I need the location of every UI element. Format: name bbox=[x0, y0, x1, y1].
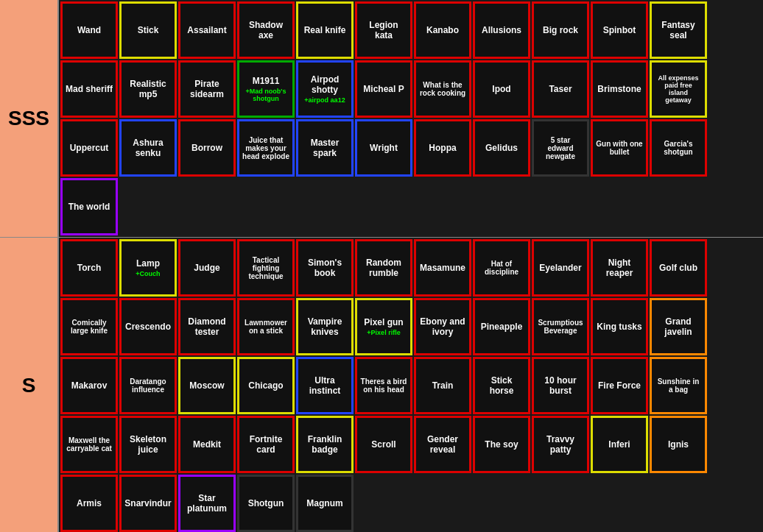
tier-item[interactable]: Snarvindur bbox=[119, 475, 177, 532]
tier-S: STorchLamp+CouchJudgeTactical fighting t… bbox=[0, 238, 763, 532]
tier-item[interactable]: Real knife bbox=[296, 1, 354, 59]
tier-item[interactable]: Masamune bbox=[414, 239, 471, 297]
tier-item[interactable]: Kanabo bbox=[414, 1, 471, 59]
tier-item[interactable]: 10 hour burst bbox=[532, 357, 589, 414]
tier-item[interactable]: Maxwell the carryable cat bbox=[60, 416, 118, 473]
tier-item[interactable]: King tusks bbox=[591, 298, 648, 355]
tier-item[interactable]: Theres a bird on his head bbox=[355, 357, 412, 414]
tier-item[interactable]: Scrumptious Beverage bbox=[532, 298, 589, 355]
item-label: What is the rock cooking bbox=[419, 81, 466, 97]
tier-item[interactable]: What is the rock cooking bbox=[414, 60, 471, 118]
tier-item[interactable]: Vampire knives bbox=[296, 298, 354, 355]
tier-item[interactable]: Airpod shotty+airpod aa12 bbox=[296, 60, 354, 118]
item-label: Juice that makes your head explode bbox=[242, 136, 289, 160]
tier-item[interactable]: Ipod bbox=[473, 60, 530, 118]
tier-item[interactable]: Daratango influence bbox=[119, 357, 177, 414]
tier-item[interactable]: Master spark bbox=[296, 119, 354, 177]
item-label: Night reaper bbox=[596, 258, 643, 278]
tier-item[interactable]: Travvy patty bbox=[532, 416, 589, 473]
tier-item[interactable]: Assailant bbox=[178, 1, 236, 59]
item-label: Big rock bbox=[543, 25, 578, 35]
tier-item[interactable]: Comically large knife bbox=[60, 298, 118, 355]
tier-item[interactable]: Armis bbox=[60, 475, 118, 532]
item-label: Garcia's shotgun bbox=[655, 140, 702, 156]
item-label: Medkit bbox=[193, 439, 221, 450]
item-label: Fortnite card bbox=[242, 434, 289, 455]
tier-item[interactable]: Stick bbox=[119, 1, 177, 59]
item-label: Grand javelin bbox=[655, 316, 702, 337]
tier-item[interactable]: Simon's book bbox=[296, 239, 354, 297]
tier-item[interactable]: Gun with one bullet bbox=[591, 119, 648, 177]
tier-item[interactable]: Medkit bbox=[178, 416, 236, 473]
item-label: Kanabo bbox=[426, 25, 459, 35]
tier-item[interactable]: Ebony and ivory bbox=[414, 298, 471, 355]
tier-item[interactable]: Tactical fighting technique bbox=[237, 239, 295, 297]
tier-item[interactable]: All expenses paid free island getaway bbox=[650, 60, 707, 118]
tier-item[interactable]: Fantasy seal bbox=[650, 1, 707, 59]
tier-item[interactable]: Crescendo bbox=[119, 298, 177, 355]
tier-item[interactable]: Diamond tester bbox=[178, 298, 236, 355]
tier-item[interactable]: Ignis bbox=[650, 416, 707, 473]
tier-item[interactable]: Sunshine in a bag bbox=[650, 357, 707, 414]
item-label: Masamune bbox=[420, 263, 465, 273]
tier-item[interactable]: Legion kata bbox=[355, 1, 412, 59]
tier-item[interactable]: Ashura senku bbox=[119, 119, 177, 177]
tier-item[interactable]: Wright bbox=[355, 119, 412, 177]
tier-item[interactable]: Train bbox=[414, 357, 471, 414]
item-label: Travvy patty bbox=[537, 434, 584, 455]
tier-item[interactable]: Pixel gun+Pixel rifle bbox=[355, 298, 412, 355]
item-label: Pirate sidearm bbox=[183, 79, 231, 99]
tier-item[interactable]: Star platunum bbox=[178, 475, 236, 532]
tier-item[interactable]: Franklin badge bbox=[296, 416, 354, 473]
tier-item[interactable]: Big rock bbox=[532, 1, 589, 59]
tier-item[interactable]: Hoppa bbox=[414, 119, 471, 177]
tier-item[interactable]: Lamp+Couch bbox=[119, 239, 177, 297]
tier-item[interactable]: Moscow bbox=[178, 357, 236, 414]
tier-item[interactable]: Fire Force bbox=[591, 357, 648, 414]
tier-item[interactable]: Makarov bbox=[60, 357, 118, 414]
tier-item[interactable]: Golf club bbox=[650, 239, 707, 297]
tier-item[interactable]: Scroll bbox=[355, 416, 412, 473]
tier-item[interactable]: Chicago bbox=[237, 357, 295, 414]
tier-item[interactable]: Random rumble bbox=[355, 239, 412, 297]
tier-item[interactable]: Inferi bbox=[591, 416, 648, 473]
tier-item[interactable]: Gender reveal bbox=[414, 416, 471, 473]
tier-item[interactable]: The soy bbox=[473, 416, 530, 473]
tier-item[interactable]: Uppercut bbox=[60, 119, 118, 177]
tier-item[interactable]: Stick horse bbox=[473, 357, 530, 414]
tier-item[interactable]: Borrow bbox=[178, 119, 236, 177]
tier-item[interactable]: Realistic mp5 bbox=[119, 60, 177, 118]
tier-item[interactable]: Night reaper bbox=[591, 239, 648, 297]
tier-item[interactable]: Taser bbox=[532, 60, 589, 118]
tier-item[interactable]: Ultra instinct bbox=[296, 357, 354, 414]
item-label: Realistic mp5 bbox=[124, 79, 172, 99]
tier-item[interactable]: The world bbox=[60, 178, 118, 235]
tier-item[interactable]: Grand javelin bbox=[650, 298, 707, 355]
tier-item[interactable]: Eyelander bbox=[532, 239, 589, 297]
item-label: Ultra instinct bbox=[301, 375, 348, 396]
tier-item[interactable]: 5 star edward newgate bbox=[532, 119, 589, 177]
tier-item[interactable]: Allusions bbox=[473, 1, 530, 59]
tier-item[interactable]: Hat of discipline bbox=[473, 239, 530, 297]
tier-item[interactable]: M1911+Mad noob's shotgun bbox=[237, 60, 295, 118]
tier-item[interactable]: Juice that makes your head explode bbox=[237, 119, 295, 177]
tier-item[interactable]: Mad sheriff bbox=[60, 60, 118, 118]
tier-item[interactable]: Fortnite card bbox=[237, 416, 295, 473]
tier-item[interactable]: Magnum bbox=[296, 475, 354, 532]
tier-item[interactable]: Shotgun bbox=[237, 475, 295, 532]
tier-item[interactable]: Brimstone bbox=[591, 60, 648, 118]
tier-item[interactable]: Judge bbox=[178, 239, 236, 297]
tier-item[interactable]: Gelidus bbox=[473, 119, 530, 177]
tier-item[interactable]: Torch bbox=[60, 239, 118, 297]
tier-item[interactable]: Skeleton juice bbox=[119, 416, 177, 473]
tier-item[interactable]: Wand bbox=[60, 1, 118, 59]
tier-item[interactable]: Shadow axe bbox=[237, 1, 295, 59]
item-label: Lamp bbox=[136, 258, 160, 269]
tier-item[interactable]: Lawnmower on a stick bbox=[237, 298, 295, 355]
tier-item[interactable]: Garcia's shotgun bbox=[650, 119, 707, 177]
tier-item[interactable]: Micheal P bbox=[355, 60, 412, 118]
tier-item[interactable]: Pineapple bbox=[473, 298, 530, 355]
item-label: Mad sheriff bbox=[66, 84, 113, 94]
tier-item[interactable]: Pirate sidearm bbox=[178, 60, 236, 118]
tier-item[interactable]: Spinbot bbox=[591, 1, 648, 59]
